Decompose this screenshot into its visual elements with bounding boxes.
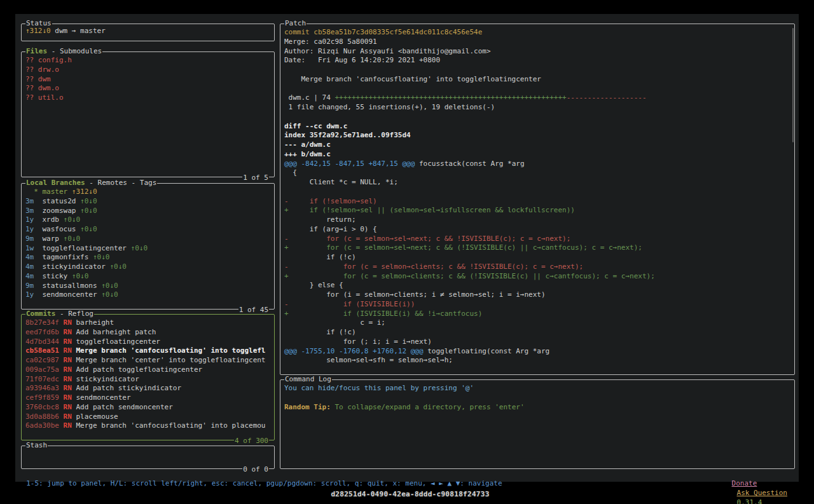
diff-line: - for (c = selmon→sel→next; c && !ISVISI… <box>284 235 792 244</box>
remotes-tags-tabs[interactable]: - Remotes - Tags <box>85 179 157 187</box>
keybindings-help: 1-5: jump to panel, H/L: scroll left/rig… <box>26 479 502 487</box>
command-log-line <box>284 393 792 403</box>
version-label: 0.31.4 <box>737 498 762 504</box>
branch-row[interactable]: 3m zoomswap ↑0↓0 <box>25 207 272 216</box>
diff-line: + for (c = selmon→clients; c && (!ISVISI… <box>284 272 792 282</box>
command-log-tab: Command Log <box>285 375 331 383</box>
files-list: ?? config.h?? drw.o?? dwm?? dwm.o?? util… <box>24 56 272 175</box>
commit-row[interactable]: 71f07edc RN stickyindicator <box>25 375 272 385</box>
file-row[interactable]: ?? config.h <box>25 56 272 65</box>
command-log-panel[interactable]: Command Log You can hide/focus this pane… <box>280 379 795 469</box>
commit-row[interactable]: 8b27e34f RN barheight <box>25 318 272 328</box>
reflog-tab[interactable]: - Reflog <box>55 310 93 318</box>
diff-line: commit cb58ea51b7c3d08335cf5e614dc011c8c… <box>284 28 792 37</box>
diff-line: } else { <box>284 281 792 290</box>
command-log-line: You can hide/focus this panel by pressin… <box>284 384 792 393</box>
command-log-panel-title: Command Log <box>284 375 332 383</box>
diff-line: Client *c = NULL, *i; <box>284 178 792 187</box>
branch-row[interactable]: 1y sendmoncenter ↑0↓0 <box>25 290 272 300</box>
diff-line: c = i; <box>284 318 792 328</box>
diff-line: + if (!selmon→sel || (selmon→sel→isfulls… <box>284 206 792 215</box>
commits-tab[interactable]: Commits <box>26 310 55 318</box>
diff-line <box>284 85 792 94</box>
commits-list: 8b27e34f RN barheighteed7fd6b RN Add bar… <box>24 318 272 439</box>
stash-panel-title: Stash <box>25 441 48 449</box>
commit-row[interactable]: 4d7bd344 RN togglefloatingcenter <box>25 337 272 347</box>
commit-row[interactable]: ca02c987 RN Merge branch 'center' into t… <box>25 356 272 365</box>
stash-tab[interactable]: Stash <box>26 441 47 449</box>
commits-panel[interactable]: Commits - Reflog 8b27e34f RN barheightee… <box>21 314 275 440</box>
bottom-right-links: Donate Ask Question 0.31.4 <box>715 469 787 504</box>
diff-line: @@@ -1755,10 -1760,8 +1760,12 @@@ toggle… <box>284 347 792 357</box>
diff-line: { <box>284 168 792 178</box>
files-panel-title: Files - Submodules <box>25 47 102 55</box>
commits-panel-title: Commits - Reflog <box>25 310 94 318</box>
diff-line: if (!c) <box>284 253 792 262</box>
files-panel[interactable]: Files - Submodules ?? config.h?? drw.o??… <box>21 51 275 177</box>
diff-line: index 35f2a92,5e71aed..09f35d4 <box>284 131 792 140</box>
branch-row[interactable]: 9m statusallmons ↑0↓0 <box>25 282 272 291</box>
command-log-content: You can hide/focus this panel by pressin… <box>282 384 792 467</box>
commit-row[interactable]: 009ac75a RN Add patch togglefloatingcent… <box>25 365 272 375</box>
stash-panel[interactable]: Stash 0 of 0 <box>21 446 275 469</box>
patch-diff-content: commit cb58ea51b7c3d08335cf5e614dc011c8c… <box>282 28 792 373</box>
diff-line: diff --cc dwm.c <box>284 122 792 132</box>
branch-row[interactable]: 4m sticky ↑0↓0 <box>25 272 272 282</box>
patch-scrollbar[interactable] <box>792 28 794 142</box>
branches-counter: 1 of 45 <box>238 306 269 314</box>
diff-line <box>284 187 792 197</box>
patch-panel[interactable]: Patch commit cb58ea51b7c3d08335cf5e614dc… <box>280 24 795 375</box>
file-row[interactable]: ?? util.o <box>25 93 272 103</box>
ask-question-link[interactable]: Ask Question <box>737 489 787 497</box>
watermark-text: d28251d4-0490-42ea-8ddd-c90818f24733 <box>331 490 489 498</box>
file-row[interactable]: ?? dwm <box>25 75 272 85</box>
branch-row[interactable]: 3m status2d ↑0↓0 <box>25 197 272 207</box>
diff-line: Author: Rizqi Nur Assyaufi <bandithijo@g… <box>284 47 792 57</box>
diff-line: Merge: ca02c98 5a80091 <box>284 37 792 47</box>
branches-panel[interactable]: Local Branches - Remotes - Tags * master… <box>21 183 275 310</box>
branch-row[interactable]: 4m tagmonfixfs ↑0↓0 <box>25 253 272 262</box>
branch-row[interactable]: * master ↑312↓0 <box>25 187 272 197</box>
diff-line: for (i = selmon→clients; i ≠ selmon→sel;… <box>284 290 792 300</box>
local-branches-tab[interactable]: Local Branches <box>26 179 85 187</box>
branch-row[interactable]: 4m stickyindicator ↑0↓0 <box>25 262 272 272</box>
branch-row[interactable]: 1w togglefloatingcenter ↑0↓0 <box>25 244 272 254</box>
status-panel-body: ↑312↓0 dwm → master <box>24 27 272 39</box>
commit-row[interactable]: eed7fd6b RN Add barheight patch <box>25 328 272 337</box>
branch-row[interactable]: 9m warp ↑0↓0 <box>25 235 272 244</box>
files-counter: 1 of 5 <box>242 174 269 182</box>
diff-line: @@@ -842,15 -847,15 +847,15 @@@ focussta… <box>284 160 792 169</box>
diff-line: dwm.c | 74 +++++++++++++++++++++++++++++… <box>284 93 792 103</box>
status-panel[interactable]: Status ↑312↓0 dwm → master <box>21 24 275 41</box>
diff-line: + if (ISVISIBLE(i) && !i→cantfocus) <box>284 310 792 319</box>
patch-panel-title: Patch <box>284 19 307 27</box>
diff-line: Merge branch 'canfocusfloating' into tog… <box>284 75 792 85</box>
submodules-tab[interactable]: - Submodules <box>47 47 102 55</box>
patch-tab: Patch <box>285 19 306 27</box>
commit-row[interactable]: 3760cbc8 RN Add patch sendmoncenter <box>25 403 272 412</box>
commit-row[interactable]: cb58ea51 RN Merge branch 'canfocusfloati… <box>25 346 272 356</box>
branches-panel-title: Local Branches - Remotes - Tags <box>25 179 157 187</box>
branch-row[interactable]: 1y xrdb ↑0↓0 <box>25 215 272 225</box>
diff-line: - if (ISVISIBLE(i)) <box>284 300 792 310</box>
diff-line <box>284 112 792 122</box>
diff-line: - if (!selmon→sel) <box>284 197 792 207</box>
commit-row[interactable]: 3d0a88b6 RN placemouse <box>25 412 272 422</box>
terminal-background: Status ↑312↓0 dwm → master Files - Submo… <box>15 14 799 482</box>
diff-line: Date: Fri Aug 6 14:20:29 2021 +0800 <box>284 56 792 65</box>
diff-line: 1 file changed, 55 insertions(+), 19 del… <box>284 103 792 112</box>
file-row[interactable]: ?? drw.o <box>25 65 272 75</box>
diff-line <box>284 65 792 75</box>
commits-counter: 4 of 300 <box>234 437 269 445</box>
commit-row[interactable]: 6ada30be RN Merge branch 'canfocusfloati… <box>25 421 272 431</box>
files-tab[interactable]: Files <box>26 47 47 55</box>
commit-row[interactable]: cef9f859 RN sendmoncenter <box>25 393 272 403</box>
diff-line: if (!c) <box>284 328 792 337</box>
branch-row[interactable]: 1y wasfocus ↑0↓0 <box>25 225 272 235</box>
donate-link[interactable]: Donate <box>732 479 757 487</box>
commit-row[interactable]: a93946a3 RN Add patch stickyindicator <box>25 384 272 393</box>
command-log-line: Random Tip: To collapse/expand a directo… <box>284 403 792 412</box>
file-row[interactable]: ?? dwm.o <box>25 84 272 93</box>
diff-line: + for (c = selmon→sel→next; c && (!ISVIS… <box>284 243 792 253</box>
diff-line: +++ b/dwm.c <box>284 150 792 160</box>
